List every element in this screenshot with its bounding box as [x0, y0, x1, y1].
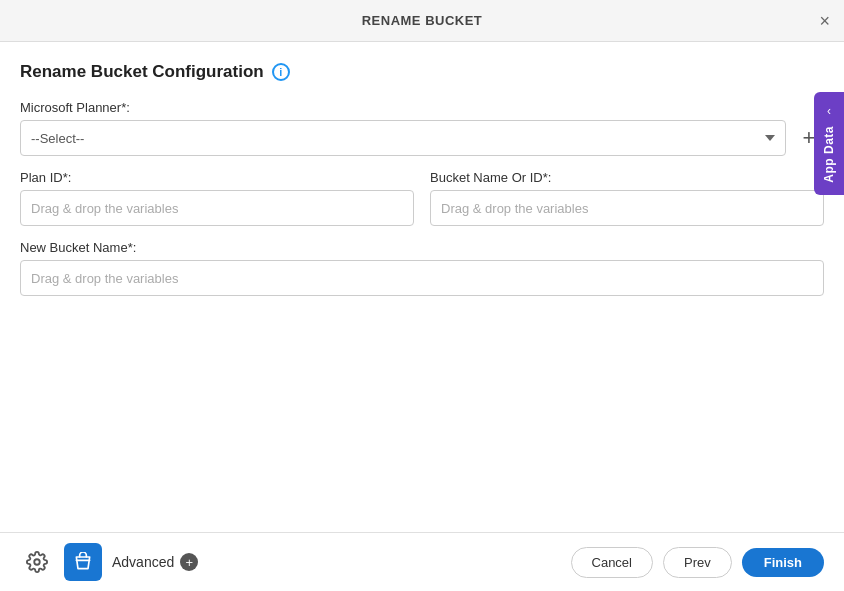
microsoft-planner-select[interactable]: --Select-- — [20, 120, 786, 156]
modal-header: RENAME BUCKET × — [0, 0, 844, 42]
modal-body: ‹ App Data Rename Bucket Configuration i… — [0, 42, 844, 532]
plan-id-field: Plan ID*: — [20, 170, 414, 226]
section-title: Rename Bucket Configuration i — [20, 62, 824, 82]
app-data-tab[interactable]: ‹ App Data — [814, 92, 844, 195]
bucket-name-or-id-field: Bucket Name Or ID*: — [430, 170, 824, 226]
two-column-row: Plan ID*: Bucket Name Or ID*: — [20, 170, 824, 226]
bucket-name-or-id-label: Bucket Name Or ID*: — [430, 170, 824, 185]
modal-footer: Advanced + Cancel Prev Finish — [0, 532, 844, 591]
gear-icon-button[interactable] — [20, 545, 54, 579]
section-title-text: Rename Bucket Configuration — [20, 62, 264, 82]
prev-button[interactable]: Prev — [663, 547, 732, 578]
new-bucket-name-label: New Bucket Name*: — [20, 240, 824, 255]
close-button[interactable]: × — [819, 12, 830, 30]
microsoft-planner-field: Microsoft Planner*: --Select-- + — [20, 100, 824, 156]
footer-right: Cancel Prev Finish — [571, 547, 824, 578]
svg-point-0 — [34, 559, 40, 565]
app-data-label: App Data — [822, 126, 836, 183]
plan-id-label: Plan ID*: — [20, 170, 414, 185]
microsoft-planner-label: Microsoft Planner*: — [20, 100, 824, 115]
modal-container: RENAME BUCKET × ‹ App Data Rename Bucket… — [0, 0, 844, 591]
new-bucket-name-field: New Bucket Name*: — [20, 240, 824, 296]
info-icon[interactable]: i — [272, 63, 290, 81]
advanced-plus-icon: + — [180, 553, 198, 571]
modal-title: RENAME BUCKET — [362, 13, 483, 28]
bucket-icon-button[interactable] — [64, 543, 102, 581]
bucket-name-or-id-input[interactable] — [430, 190, 824, 226]
advanced-label: Advanced — [112, 554, 174, 570]
footer-left: Advanced + — [20, 543, 571, 581]
cancel-button[interactable]: Cancel — [571, 547, 653, 578]
plan-id-input[interactable] — [20, 190, 414, 226]
advanced-row[interactable]: Advanced + — [112, 553, 198, 571]
finish-button[interactable]: Finish — [742, 548, 824, 577]
select-row: --Select-- + — [20, 120, 824, 156]
app-data-chevron-icon: ‹ — [827, 104, 831, 118]
new-bucket-name-input[interactable] — [20, 260, 824, 296]
